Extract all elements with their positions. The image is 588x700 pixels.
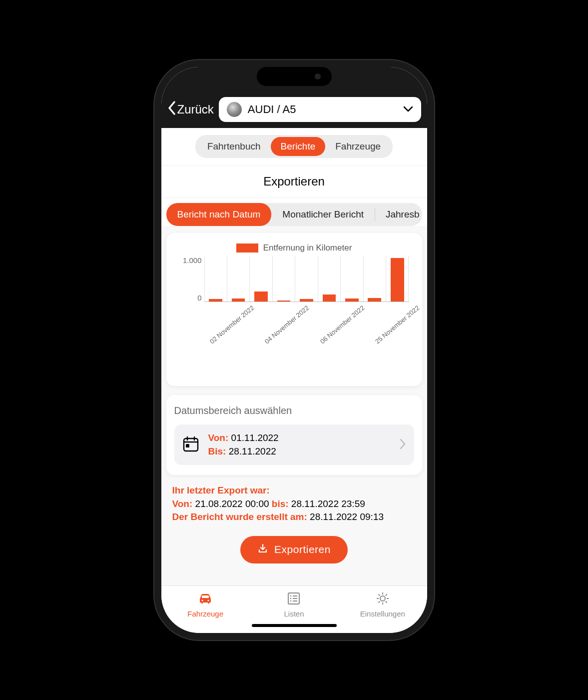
- tab-fahrzeuge[interactable]: Fahrzeuge: [325, 137, 391, 156]
- chart-bar: [295, 256, 317, 302]
- vehicle-avatar-icon: [227, 102, 242, 117]
- last-export-created-value: 28.11.2022 09:13: [310, 512, 384, 522]
- phone-frame: Zurück AUDI / A5 Fahrtenbuch Berichte Fa…: [154, 60, 434, 640]
- legend-swatch-icon: [236, 244, 258, 252]
- svg-point-6: [208, 600, 209, 601]
- chevron-down-icon: [403, 105, 413, 114]
- y-axis: 1.000 0: [174, 256, 202, 302]
- car-icon: [197, 591, 214, 608]
- download-icon: [257, 543, 268, 556]
- tab-bericht-nach-datum[interactable]: Bericht nach Datum: [166, 203, 272, 226]
- chart-bar: [204, 256, 227, 302]
- chart-bar: [227, 256, 249, 302]
- back-button[interactable]: Zurück: [167, 101, 214, 118]
- svg-line-23: [378, 602, 380, 603]
- svg-line-21: [386, 602, 387, 603]
- vehicle-label: AUDI / A5: [248, 103, 397, 116]
- export-button[interactable]: Exportieren: [240, 536, 348, 564]
- gear-icon: [374, 591, 391, 608]
- svg-point-13: [290, 600, 292, 602]
- svg-line-20: [378, 594, 380, 596]
- tab-label: Einstellungen: [360, 610, 405, 618]
- calendar-icon: [182, 436, 199, 454]
- tab-monatlicher-bericht[interactable]: Monatlicher Bericht: [271, 203, 375, 226]
- chevron-right-icon: [399, 438, 406, 452]
- svg-point-11: [290, 598, 292, 600]
- last-export-from-value: 21.08.2022 00:00: [195, 498, 269, 509]
- last-export-info: Ihr letzter Export war: Von: 21.08.2022 …: [161, 484, 427, 533]
- svg-point-5: [202, 600, 203, 601]
- y-tick: 0: [174, 294, 202, 302]
- last-export-header: Ihr letzter Export war:: [172, 484, 416, 498]
- page-title: Exportieren: [161, 166, 427, 198]
- last-export-from-label: Von:: [172, 498, 193, 509]
- chart-bar: [363, 256, 386, 302]
- to-label: Bis:: [208, 446, 226, 456]
- chart-bar: [249, 256, 272, 302]
- svg-point-9: [290, 596, 292, 597]
- to-value: 28.11.2022: [229, 446, 276, 456]
- svg-rect-7: [202, 596, 209, 598]
- from-label: Von:: [208, 432, 229, 443]
- tab-jahresbericht[interactable]: Jahresb: [375, 203, 422, 226]
- report-type-segmented: Bericht nach Datum Monatlicher Bericht J…: [161, 198, 427, 226]
- tab-label: Listen: [284, 610, 304, 618]
- date-range-picker[interactable]: Von: 01.11.2022 Bis: 28.11.2022: [174, 424, 414, 465]
- tab-listen[interactable]: Listen: [250, 591, 338, 618]
- tab-label: Fahrzeuge: [187, 610, 223, 618]
- date-range-section-label: Datumsbereich auswählen: [174, 405, 414, 416]
- chart-bar: [318, 256, 340, 302]
- home-indicator: [252, 624, 337, 627]
- chart-bar: [272, 256, 295, 302]
- tab-fahrzeuge-bottom[interactable]: Fahrzeuge: [161, 591, 250, 618]
- back-label: Zurück: [177, 102, 214, 116]
- tab-einstellungen[interactable]: Einstellungen: [338, 591, 427, 618]
- legend-label: Entfernung in Kilometer: [263, 243, 352, 253]
- list-icon: [285, 591, 302, 608]
- svg-rect-2: [186, 444, 189, 448]
- screen: Zurück AUDI / A5 Fahrtenbuch Berichte Fa…: [161, 67, 427, 633]
- tab-fahrtenbuch[interactable]: Fahrtenbuch: [197, 137, 271, 156]
- svg-point-15: [380, 596, 385, 601]
- last-export-to-value: 28.11.2022 23:59: [291, 498, 365, 509]
- chart-bar: [386, 256, 409, 302]
- tab-berichte[interactable]: Berichte: [271, 137, 326, 156]
- y-tick: 1.000: [174, 256, 202, 264]
- from-value: 01.11.2022: [231, 432, 279, 443]
- export-button-label: Exportieren: [274, 544, 331, 556]
- main-segmented-control: Fahrtenbuch Berichte Fahrzeuge: [161, 128, 427, 166]
- device-notch: [257, 67, 332, 86]
- content-scroll[interactable]: Fahrtenbuch Berichte Fahrzeuge Exportier…: [161, 128, 427, 586]
- svg-line-22: [386, 594, 387, 596]
- vehicle-selector[interactable]: AUDI / A5: [219, 97, 421, 122]
- chevron-left-icon: [167, 101, 176, 118]
- last-export-to-label: bis:: [272, 498, 289, 509]
- date-range-text: Von: 01.11.2022 Bis: 28.11.2022: [208, 432, 390, 458]
- chart-legend: Entfernung in Kilometer: [174, 243, 414, 253]
- date-range-card: Datumsbereich auswählen Von: 01.11.2022 …: [166, 395, 422, 475]
- chart-card: Entfernung in Kilometer 1.000 0 02 Novem…: [166, 233, 422, 386]
- chart-plot: 1.000 0 02 November 202204 November 2022…: [204, 256, 409, 321]
- last-export-created-label: Der Bericht wurde erstellt am:: [172, 512, 307, 522]
- chart-bar: [340, 256, 363, 302]
